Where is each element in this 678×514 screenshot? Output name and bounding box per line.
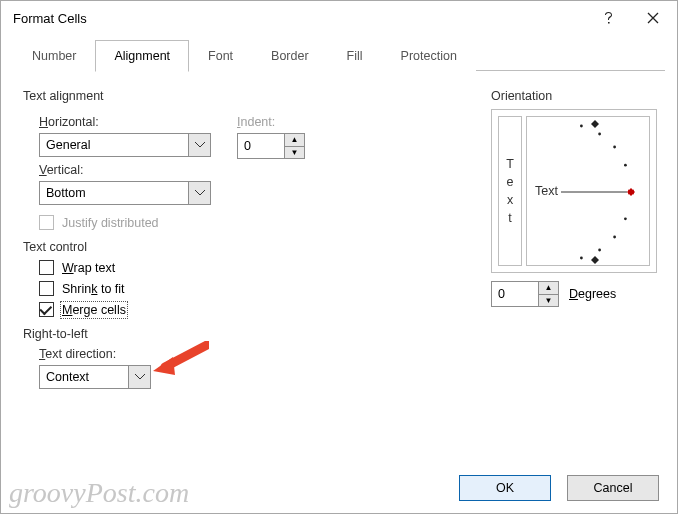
tabs: Number Alignment Font Border Fill Protec… — [13, 39, 665, 71]
indent-label: Indent: — [237, 115, 305, 129]
shrink-to-fit-checkbox[interactable] — [39, 281, 54, 296]
svg-point-12 — [580, 257, 583, 260]
indent-spinner[interactable]: 0 ▲ ▼ — [237, 133, 305, 159]
spinner-up-icon[interactable]: ▲ — [285, 134, 304, 146]
svg-point-6 — [613, 146, 616, 149]
tab-fill[interactable]: Fill — [328, 40, 382, 72]
tab-font[interactable]: Font — [189, 40, 252, 72]
svg-marker-13 — [627, 188, 635, 196]
text-control-label: Text control — [23, 240, 473, 254]
svg-point-8 — [580, 125, 583, 128]
vertical-combo[interactable]: Bottom — [39, 181, 211, 205]
orientation-label: Orientation — [491, 89, 657, 103]
text-direction-combo[interactable]: Context — [39, 365, 151, 389]
right-to-left-label: Right-to-left — [23, 327, 473, 341]
svg-point-10 — [613, 236, 616, 239]
svg-marker-4 — [591, 256, 599, 264]
degrees-spinner[interactable]: 0 ▲ ▼ — [491, 281, 559, 307]
svg-point-9 — [624, 217, 627, 220]
chevron-down-icon — [188, 182, 210, 204]
orientation-dial[interactable]: Text — [526, 116, 650, 266]
shrink-to-fit-label: Shrink to fit — [62, 282, 125, 296]
dialog-title: Format Cells — [13, 11, 587, 26]
close-button[interactable] — [631, 3, 675, 33]
merge-cells-label: Merge cells — [62, 303, 126, 317]
dial-graphic — [527, 117, 645, 267]
horizontal-value: General — [40, 138, 188, 152]
tab-number[interactable]: Number — [13, 40, 95, 72]
wrap-text-checkbox[interactable] — [39, 260, 54, 275]
tab-border[interactable]: Border — [252, 40, 328, 72]
spinner-down-icon[interactable]: ▼ — [539, 294, 558, 307]
justify-label: Justify distributed — [62, 216, 159, 230]
svg-point-5 — [624, 164, 627, 167]
svg-point-7 — [598, 133, 601, 136]
indent-value: 0 — [238, 134, 284, 158]
degrees-label: Degrees — [569, 287, 616, 301]
merge-cells-checkbox[interactable] — [39, 302, 54, 317]
text-direction-value: Context — [40, 370, 128, 384]
spinner-up-icon[interactable]: ▲ — [539, 282, 558, 294]
degrees-value: 0 — [492, 282, 538, 306]
text-direction-label: Text direction: — [39, 347, 473, 361]
chevron-down-icon — [188, 134, 210, 156]
svg-marker-3 — [591, 120, 599, 128]
cancel-button[interactable]: Cancel — [567, 475, 659, 501]
close-icon — [647, 12, 659, 24]
tab-protection[interactable]: Protection — [382, 40, 476, 72]
format-cells-dialog: Format Cells Number Alignment Font Borde… — [0, 0, 678, 514]
spinner-down-icon[interactable]: ▼ — [285, 146, 304, 159]
horizontal-combo[interactable]: General — [39, 133, 211, 157]
dialog-buttons: OK Cancel — [1, 465, 677, 513]
chevron-down-icon — [128, 366, 150, 388]
tab-alignment[interactable]: Alignment — [95, 40, 189, 72]
svg-point-11 — [598, 249, 601, 252]
justify-checkbox — [39, 215, 54, 230]
vertical-text-box[interactable]: Text — [498, 116, 522, 266]
wrap-text-label: Wrap text — [62, 261, 115, 275]
help-button[interactable] — [587, 3, 631, 33]
vertical-value: Bottom — [40, 186, 188, 200]
horizontal-label: Horizontal: — [39, 115, 211, 129]
titlebar: Format Cells — [1, 1, 677, 35]
vertical-label: Vertical: — [39, 163, 211, 177]
text-alignment-label: Text alignment — [23, 89, 473, 103]
help-icon — [604, 11, 614, 25]
orientation-control[interactable]: Text Text — [491, 109, 657, 273]
ok-button[interactable]: OK — [459, 475, 551, 501]
